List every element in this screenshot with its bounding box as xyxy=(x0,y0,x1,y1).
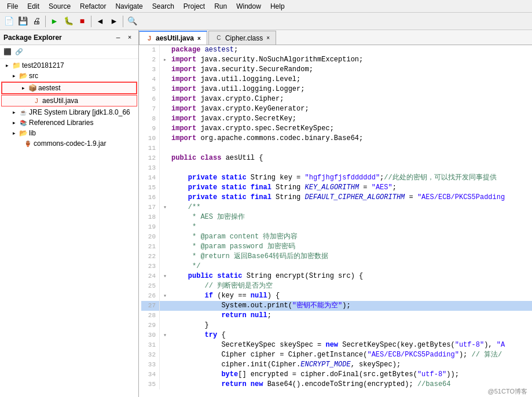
line-text-9: import javax.crypto.spec.SecretKeySpec; xyxy=(171,124,532,134)
code-editor: 1package aestest;2▸import java.security.… xyxy=(139,45,532,397)
tree-item-aestest[interactable]: ▸ 📦 aestest xyxy=(1,82,137,94)
tree-label-src: src xyxy=(29,72,38,80)
code-line-35: 35 return new Base64().encodeToString(en… xyxy=(141,380,532,389)
panel-minimize-btn[interactable]: — xyxy=(113,32,123,43)
menu-window[interactable]: Window xyxy=(232,1,266,12)
menu-project[interactable]: Project xyxy=(179,1,210,12)
code-line-15: 15 private static final String KEY_ALGOR… xyxy=(141,183,532,193)
tree-item-jre[interactable]: ▸ ☕ JRE System Library [jdk1.8.0_66 xyxy=(0,107,138,117)
line-number-9: 9 xyxy=(141,124,160,134)
debug-btn[interactable]: 🐛 xyxy=(62,15,75,28)
tab-close-cipher[interactable]: × xyxy=(266,35,270,41)
fwd-btn[interactable]: ▶ xyxy=(108,15,120,28)
tree-item-reflibs[interactable]: ▸ 📚 Referenced Libraries xyxy=(0,117,138,128)
tab-aesutil[interactable]: J aesUtil.java × xyxy=(139,31,207,45)
line-number-6: 6 xyxy=(141,94,160,104)
line-text-14: private static String key = "hgfjhgfjsfd… xyxy=(171,173,532,183)
line-text-7: import javax.crypto.KeyGenerator; xyxy=(171,104,532,114)
sep1 xyxy=(45,16,46,27)
menu-source[interactable]: Source xyxy=(44,1,75,12)
tab-cipher[interactable]: C Cipher.class × xyxy=(208,31,276,45)
java-tab-icon: J xyxy=(145,34,153,42)
menu-run[interactable]: Run xyxy=(210,1,232,12)
menu-bar: File Edit Source Refactor Navigate Searc… xyxy=(0,0,532,13)
tree-label-root: test20181217 xyxy=(22,61,64,69)
line-number-30: 30 xyxy=(141,330,160,340)
back-btn[interactable]: ◀ xyxy=(94,15,107,28)
menu-file[interactable]: File xyxy=(2,1,23,12)
line-number-33: 33 xyxy=(141,360,160,370)
menu-search[interactable]: Search xyxy=(148,1,179,12)
code-line-34: 34 byte[] encrypted = cipher.doFinal(src… xyxy=(141,370,532,380)
line-marker-17[interactable]: ▾ xyxy=(163,203,171,212)
code-line-6: 6import javax.crypto.Cipher; xyxy=(141,94,532,104)
save-btn[interactable]: 💾 xyxy=(16,15,29,28)
package-icon: 📦 xyxy=(28,83,37,93)
line-text-12: public class aesUtil { xyxy=(171,153,532,163)
link-editor-btn[interactable]: 🔗 xyxy=(14,47,24,57)
menu-navigate[interactable]: Navigate xyxy=(111,1,147,12)
panel-title: Package Explorer xyxy=(3,34,62,42)
line-number-24: 24 xyxy=(141,271,160,281)
stop-btn[interactable]: ■ xyxy=(76,15,89,28)
tree-item-lib[interactable]: ▸ 📂 lib xyxy=(0,128,138,138)
print-btn[interactable]: 🖨 xyxy=(30,15,43,28)
line-text-15: private static final String KEY_ALGORITH… xyxy=(171,183,532,193)
code-line-25: 25 // 判断密钥是否为空 xyxy=(141,281,532,291)
line-text-5: import java.util.logging.Logger; xyxy=(171,84,532,94)
tab-label-aesutil: aesUtil.java xyxy=(156,34,194,42)
arrow-root: ▸ xyxy=(2,63,12,68)
line-text-28: return null; xyxy=(171,311,532,321)
tree-item-aesutil[interactable]: J aesUtil.java xyxy=(1,95,137,106)
code-line-21: 21 * @param password 加密密码 xyxy=(141,242,532,252)
code-content[interactable]: 1package aestest;2▸import java.security.… xyxy=(139,45,532,397)
tree-label-jre: JRE System Library [jdk1.8.0_66 xyxy=(29,108,130,116)
search-btn[interactable]: 🔍 xyxy=(126,15,138,28)
code-line-12: 12public class aesUtil { xyxy=(141,153,532,163)
menu-help[interactable]: Help xyxy=(266,1,289,12)
line-marker-30[interactable]: ▾ xyxy=(163,330,171,340)
line-number-15: 15 xyxy=(141,183,160,193)
tree-container[interactable]: ▸ 📁 test20181217 ▸ 📂 src ▸ 📦 aestest xyxy=(0,59,138,397)
line-number-8: 8 xyxy=(141,114,160,124)
new-btn[interactable]: 📄 xyxy=(2,15,15,28)
collapse-all-btn[interactable]: ⬛ xyxy=(2,47,13,57)
line-number-7: 7 xyxy=(141,104,160,114)
tree-label-lib: lib xyxy=(29,129,36,137)
code-line-17: 17▾ /** xyxy=(141,203,532,212)
line-text-23: */ xyxy=(171,262,532,271)
code-line-22: 22 * @return 返回Base64转码后的加密数据 xyxy=(141,252,532,262)
tree-label-aesutil: aesUtil.java xyxy=(42,97,78,105)
code-line-14: 14 private static String key = "hgfjhgfj… xyxy=(141,173,532,183)
src-folder-icon: 📂 xyxy=(19,71,28,80)
code-line-26: 26▾ if (key == null) { xyxy=(141,291,532,301)
line-marker-2[interactable]: ▸ xyxy=(163,55,171,65)
tree-label-aestest: aestest xyxy=(38,84,61,92)
tree-item-src[interactable]: ▸ 📂 src xyxy=(0,71,138,81)
tab-bar: J aesUtil.java × C Cipher.class × xyxy=(139,30,532,45)
tree-item-codec[interactable]: 🏺 commons-codec-1.9.jar xyxy=(0,138,138,149)
line-number-35: 35 xyxy=(141,380,160,389)
line-text-31: SecretKeySpec skeySpec = new SecretKeySp… xyxy=(171,340,532,350)
line-marker-24[interactable]: ▾ xyxy=(163,271,171,281)
line-text-25: // 判断密钥是否为空 xyxy=(171,281,532,291)
panel-close-btn[interactable]: × xyxy=(124,32,135,43)
line-text-29: } xyxy=(171,321,532,330)
menu-edit[interactable]: Edit xyxy=(23,1,44,12)
run-btn[interactable]: ▶ xyxy=(48,15,61,28)
line-text-2: import java.security.NoSuchAlgorithmExce… xyxy=(171,55,532,65)
tab-close-aesutil[interactable]: × xyxy=(197,35,201,42)
line-text-26: if (key == null) { xyxy=(171,291,532,301)
menu-refactor[interactable]: Refactor xyxy=(75,1,111,12)
line-marker-26[interactable]: ▾ xyxy=(163,291,171,301)
code-line-9: 9import javax.crypto.spec.SecretKeySpec; xyxy=(141,124,532,134)
tree-label-codec: commons-codec-1.9.jar xyxy=(34,139,106,148)
arrow-src: ▸ xyxy=(9,73,19,79)
class-tab-icon: C xyxy=(215,34,223,42)
line-number-27: 27 xyxy=(141,301,160,311)
line-number-32: 32 xyxy=(141,350,160,360)
line-text-20: * @param content 待加密内容 xyxy=(171,232,532,242)
jre-icon: ☕ xyxy=(19,108,28,117)
arrow-lib: ▸ xyxy=(9,130,19,136)
tree-item-root[interactable]: ▸ 📁 test20181217 xyxy=(0,60,138,71)
